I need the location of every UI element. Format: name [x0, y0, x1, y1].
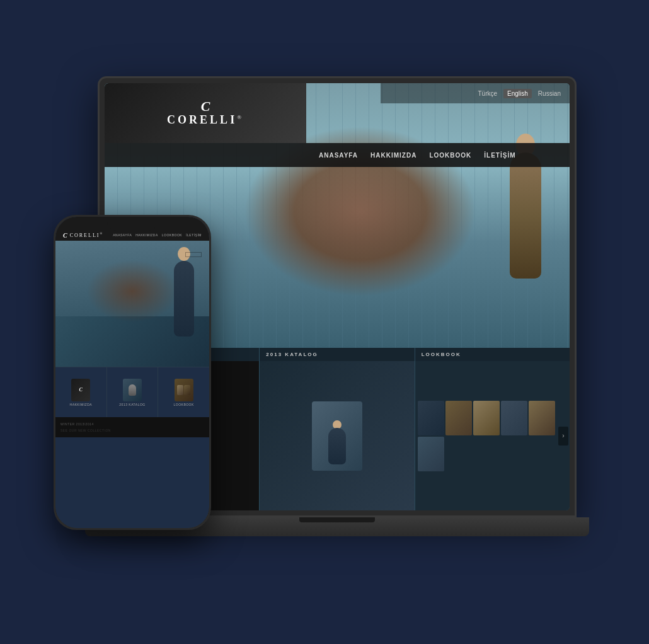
tile-lookbook-content: › [415, 361, 570, 510]
phone-tile-katalog-label: 2013 KATALOG [119, 403, 145, 406]
laptop-notch [299, 517, 375, 522]
language-bar: Türkçe English Russian [381, 83, 570, 103]
figure-body [510, 152, 541, 279]
phone-bottom-text-1: WINTER 2013/2014 [60, 422, 204, 426]
tile-lookbook[interactable]: LOOKBOOK [415, 348, 570, 510]
lookbook-img-2 [445, 401, 472, 435]
phone-tile-katalog-icon [123, 379, 142, 401]
nav-anasayfa[interactable]: ANASAYFA [319, 152, 358, 159]
phone-tile-katalog[interactable]: 2013 KATALOG [107, 367, 159, 417]
phone-bottom-section: WINTER 2013/2014 SEE OUR NEW COLLECTION [55, 417, 209, 437]
laptop-logo-text: CORELLI® [167, 113, 244, 127]
lookbook-img-1 [418, 401, 444, 435]
registered-mark: ® [237, 114, 244, 120]
phone-tile-lookbook-icon [175, 379, 193, 401]
phone-tile-hakkimizda[interactable]: C HAKKIMIZDA [55, 367, 107, 417]
tile-katalog-content [260, 361, 414, 510]
phone-logo-c: C [63, 232, 67, 239]
scene: Türkçe English Russian C CORELLI® ANASAY… [41, 38, 608, 606]
phone-tile-logo-icon: C [71, 379, 90, 401]
nav-lookbook[interactable]: LOOKBOOK [429, 152, 471, 159]
phone-navbar: ANASAYFA HAKKIMIZDA LOOKBOOK İLETİŞİM [113, 233, 202, 237]
lookbook-img-5 [529, 401, 555, 435]
phone-bottom-text-2: SEE OUR NEW COLLECTION [60, 428, 204, 432]
phone-nav-lookbook[interactable]: LOOKBOOK [162, 233, 182, 237]
lang-russian[interactable]: Russian [534, 89, 565, 98]
phone-screen: C CORELLI® ANASAYFA HAKKIMIZDA LOOKBOOK … [55, 217, 209, 528]
phone-nav-iletisim[interactable]: İLETİŞİM [186, 233, 202, 237]
laptop-header: C CORELLI® [105, 83, 306, 143]
laptop-logo-c: C [201, 100, 210, 113]
phone-logo-text: CORELLI® [70, 232, 104, 238]
lang-turkish[interactable]: Türkçe [474, 89, 501, 98]
tile-lookbook-header: LOOKBOOK [415, 348, 570, 361]
nav-iletisim[interactable]: İLETİŞİM [484, 152, 515, 159]
phone-tile-lookbook[interactable]: LOOKBOOK [158, 367, 209, 417]
lookbook-images [415, 398, 570, 474]
phone-tiles: C HAKKIMIZDA 2013 KATALOG [55, 367, 209, 417]
phone-nav-hakkimizda[interactable]: HAKKIMIZDA [135, 233, 158, 237]
phone-tile-lookbook-label: LOOKBOOK [174, 403, 194, 406]
lookbook-img-3 [473, 401, 500, 435]
lookbook-img-4 [501, 401, 527, 435]
phone-figure-body [174, 261, 194, 336]
nav-hakkimizda[interactable]: HAKKIMIZDA [370, 152, 416, 159]
lang-english[interactable]: English [503, 89, 532, 98]
laptop-navbar: ANASAYFA HAKKIMIZDA LOOKBOOK İLETİŞİM [105, 143, 570, 167]
lookbook-img-6 [418, 437, 444, 471]
phone-logo: C CORELLI® [63, 232, 103, 239]
phone-tile-hakkimizda-label: HAKKIMIZDA [70, 403, 93, 406]
tile-katalog[interactable]: 2013 KATALOG [260, 348, 415, 510]
phone-nav-anasayfa[interactable]: ANASAYFA [113, 233, 132, 237]
phone-figure-glasses [185, 252, 202, 257]
phone-hero [55, 241, 209, 367]
phone-device: C CORELLI® ANASAYFA HAKKIMIZDA LOOKBOOK … [54, 215, 211, 530]
phone-hero-figure [168, 247, 200, 348]
arrow-right-icon[interactable]: › [558, 427, 568, 446]
phone-figure-head [178, 247, 190, 261]
phone-hero-rust [86, 260, 178, 323]
phone-body: C CORELLI® ANASAYFA HAKKIMIZDA LOOKBOOK … [54, 215, 211, 530]
tile-katalog-header: 2013 KATALOG [260, 348, 414, 361]
phone-notch [107, 217, 158, 231]
